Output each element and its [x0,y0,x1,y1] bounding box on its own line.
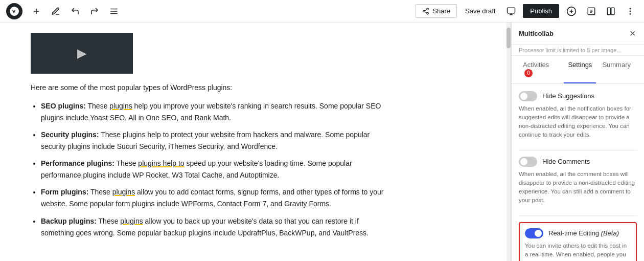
svg-point-23 [630,13,631,14]
seo-bold: SEO plugins: [41,102,86,110]
hide-suggestions-label: Hide Suggestions [542,92,594,100]
tab-settings[interactable]: Settings [564,56,596,83]
editor-image [31,33,133,74]
sidebar-title: Multicollab [519,30,554,37]
multicollab-button[interactable] [563,3,580,19]
realtime-editing-toggle[interactable] [525,228,543,238]
hide-suggestions-row: Hide Suggestions [519,91,637,101]
svg-line-9 [425,11,427,12]
sidebar-header: Multicollab ✕ [512,23,644,45]
svg-rect-19 [607,8,610,15]
list-item: SEO plugins: These plugins help you impr… [41,100,388,124]
realtime-editing-block: Real-time Editing (Beta) You can invite … [519,222,637,261]
intro-text: Here are some of the most popular types … [31,82,388,94]
share-button[interactable]: Share [416,4,457,18]
save-draft-button[interactable]: Save draft [461,4,499,18]
sidebar-content: Hide Suggestions When enabled, all the n… [512,84,644,261]
backup-plugins-underline: plugins [120,217,143,225]
scrollbar-track[interactable] [507,23,511,261]
form-plugins-underline: plugins [112,188,135,196]
plugins-list: SEO plugins: These plugins help you impr… [31,100,388,239]
hide-comments-toggle[interactable] [519,157,537,167]
list-item: Form plugins: These plugins allow you to… [41,186,388,210]
main-layout: Here are some of the most popular types … [0,23,644,261]
form-bold: Form plugins: [41,188,88,196]
editor-content: Here are some of the most popular types … [31,82,388,239]
wp-logo [6,3,22,19]
list-view-button[interactable] [106,4,122,19]
svg-point-6 [427,8,429,10]
list-item: Performance plugins: These plugins help … [41,158,388,181]
svg-line-10 [425,9,427,10]
redo-button[interactable] [87,4,102,19]
svg-point-22 [630,11,631,12]
undo-button[interactable] [67,4,83,19]
info-button[interactable] [584,4,599,19]
svg-rect-20 [611,8,614,15]
hide-suggestions-toggle[interactable] [519,91,537,101]
more-options-button[interactable] [623,4,638,19]
svg-point-8 [427,12,429,14]
tools-button[interactable] [48,4,63,19]
divider-1 [519,150,637,150]
perf-plugins-underline: plugins help to [138,159,184,167]
hide-comments-desc: When enabled, all the comment boxes will… [519,170,637,205]
security-bold: Security plugins: [41,130,99,139]
list-item: Backup plugins: These plugins allow you … [41,215,388,239]
preview-button[interactable] [503,4,519,19]
hide-comments-row: Hide Comments [519,157,637,167]
hide-comments-label: Hide Comments [542,158,590,165]
hide-suggestions-desc: When enabled, all the notification boxes… [519,104,637,140]
realtime-editing-label: Real-time Editing (Beta) [548,229,619,237]
svg-point-21 [630,8,631,9]
tab-activities[interactable]: Activities 0 [519,56,562,83]
hide-suggestions-block: Hide Suggestions When enabled, all the n… [519,91,637,140]
close-sidebar-button[interactable]: ✕ [628,28,637,39]
performance-bold: Performance plugins: [41,159,114,167]
topbar: Share Save draft Publish [0,0,644,23]
editor-area: Here are some of the most popular types … [0,23,511,261]
add-button[interactable] [29,4,44,19]
svg-rect-11 [508,8,515,13]
sidebar: Multicollab ✕ Processor limit is limited… [511,23,644,261]
backup-bold: Backup plugins: [41,217,97,225]
realtime-editing-row: Real-time Editing (Beta) [525,228,631,238]
divider-2 [519,215,637,216]
svg-point-7 [423,10,425,12]
layout-button[interactable] [603,4,618,19]
seo-plugins-underline: plugins [109,102,132,110]
scrollbar-thumb[interactable] [507,28,511,48]
hide-comments-block: Hide Comments When enabled, all the comm… [519,157,637,205]
list-item: Security plugins: These plugins help to … [41,129,388,153]
tab-summary[interactable]: Summary [598,56,635,83]
publish-button[interactable]: Publish [523,4,559,18]
scroll-hint: Processor limit is limited to 5 per imag… [512,45,644,56]
activities-badge: 0 [524,69,533,77]
realtime-editing-desc: You can invite others to edit this post … [525,242,631,261]
sidebar-tabs: Activities 0 Settings Summary [512,56,644,84]
